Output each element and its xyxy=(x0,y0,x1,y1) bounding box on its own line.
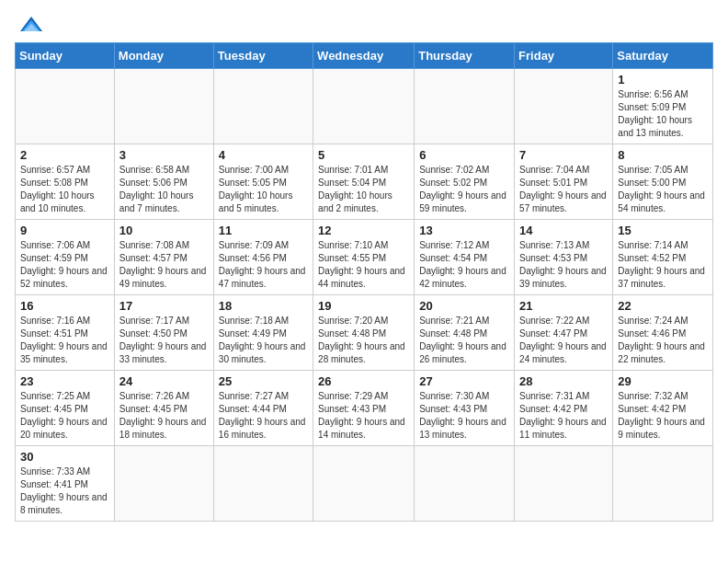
day-info: Sunrise: 7:24 AMSunset: 4:46 PMDaylight:… xyxy=(618,315,708,366)
day-info: Sunrise: 7:21 AMSunset: 4:48 PMDaylight:… xyxy=(419,315,509,366)
day-header-friday: Friday xyxy=(515,43,613,69)
calendar-cell: 4Sunrise: 7:00 AMSunset: 5:05 PMDaylight… xyxy=(213,144,313,220)
calendar-week-6: 30Sunrise: 7:33 AMSunset: 4:41 PMDayligh… xyxy=(16,446,713,522)
day-number: 28 xyxy=(519,374,608,388)
day-info: Sunrise: 7:33 AMSunset: 4:41 PMDaylight:… xyxy=(20,465,109,517)
day-number: 24 xyxy=(119,374,209,388)
calendar-cell xyxy=(515,446,613,522)
logo-icon xyxy=(18,15,44,35)
calendar-cell: 12Sunrise: 7:10 AMSunset: 4:55 PMDayligh… xyxy=(313,220,415,295)
day-number: 3 xyxy=(119,148,209,162)
day-number: 12 xyxy=(318,224,409,237)
calendar-cell: 20Sunrise: 7:21 AMSunset: 4:48 PMDayligh… xyxy=(415,295,515,371)
day-info: Sunrise: 7:05 AMSunset: 5:00 PMDaylight:… xyxy=(618,164,708,215)
calendar-cell xyxy=(213,446,313,522)
day-info: Sunrise: 7:16 AMSunset: 4:51 PMDaylight:… xyxy=(20,315,109,366)
day-number: 10 xyxy=(119,224,209,237)
calendar-cell: 22Sunrise: 7:24 AMSunset: 4:46 PMDayligh… xyxy=(613,295,713,371)
calendar-cell: 24Sunrise: 7:26 AMSunset: 4:45 PMDayligh… xyxy=(114,371,213,446)
calendar-cell: 6Sunrise: 7:02 AMSunset: 5:02 PMDaylight… xyxy=(415,144,515,220)
day-number: 14 xyxy=(519,224,608,237)
calendar-cell: 11Sunrise: 7:09 AMSunset: 4:56 PMDayligh… xyxy=(213,220,313,295)
day-number: 17 xyxy=(119,299,209,313)
day-info: Sunrise: 7:01 AMSunset: 5:04 PMDaylight:… xyxy=(318,164,409,215)
day-number: 27 xyxy=(419,374,509,388)
calendar-cell: 7Sunrise: 7:04 AMSunset: 5:01 PMDaylight… xyxy=(515,144,613,220)
calendar-cell xyxy=(415,69,515,144)
day-number: 1 xyxy=(618,73,708,86)
day-number: 30 xyxy=(20,450,109,464)
calendar-cell xyxy=(114,69,213,144)
calendar-cell: 21Sunrise: 7:22 AMSunset: 4:47 PMDayligh… xyxy=(515,295,613,371)
header xyxy=(15,15,713,35)
day-info: Sunrise: 7:20 AMSunset: 4:48 PMDaylight:… xyxy=(318,315,409,366)
calendar-cell: 26Sunrise: 7:29 AMSunset: 4:43 PMDayligh… xyxy=(313,371,415,446)
calendar-cell: 16Sunrise: 7:16 AMSunset: 4:51 PMDayligh… xyxy=(16,295,115,371)
calendar-cell xyxy=(515,69,613,144)
day-number: 13 xyxy=(419,224,509,237)
calendar-week-2: 2Sunrise: 6:57 AMSunset: 5:08 PMDaylight… xyxy=(16,144,713,220)
calendar-cell xyxy=(613,446,713,522)
calendar-cell: 25Sunrise: 7:27 AMSunset: 4:44 PMDayligh… xyxy=(213,371,313,446)
day-number: 23 xyxy=(20,374,109,388)
calendar-header-row: SundayMondayTuesdayWednesdayThursdayFrid… xyxy=(16,43,713,69)
day-info: Sunrise: 6:58 AMSunset: 5:06 PMDaylight:… xyxy=(119,164,209,215)
day-header-monday: Monday xyxy=(114,43,213,69)
day-info: Sunrise: 7:04 AMSunset: 5:01 PMDaylight:… xyxy=(519,164,608,215)
day-info: Sunrise: 7:10 AMSunset: 4:55 PMDaylight:… xyxy=(318,239,409,291)
calendar-cell xyxy=(213,69,313,144)
day-info: Sunrise: 7:08 AMSunset: 4:57 PMDaylight:… xyxy=(119,239,209,291)
day-info: Sunrise: 7:13 AMSunset: 4:53 PMDaylight:… xyxy=(519,239,608,291)
calendar-cell: 17Sunrise: 7:17 AMSunset: 4:50 PMDayligh… xyxy=(114,295,213,371)
day-info: Sunrise: 7:14 AMSunset: 4:52 PMDaylight:… xyxy=(618,239,708,291)
day-info: Sunrise: 7:22 AMSunset: 4:47 PMDaylight:… xyxy=(519,315,608,366)
calendar-cell: 23Sunrise: 7:25 AMSunset: 4:45 PMDayligh… xyxy=(16,371,115,446)
day-header-thursday: Thursday xyxy=(415,43,515,69)
calendar-cell: 10Sunrise: 7:08 AMSunset: 4:57 PMDayligh… xyxy=(114,220,213,295)
day-number: 4 xyxy=(219,148,308,162)
calendar-table: SundayMondayTuesdayWednesdayThursdayFrid… xyxy=(15,42,713,522)
calendar-cell: 8Sunrise: 7:05 AMSunset: 5:00 PMDaylight… xyxy=(613,144,713,220)
day-number: 18 xyxy=(219,299,308,313)
calendar-cell: 1Sunrise: 6:56 AMSunset: 5:09 PMDaylight… xyxy=(613,69,713,144)
day-info: Sunrise: 7:32 AMSunset: 4:42 PMDaylight:… xyxy=(618,390,708,442)
logo xyxy=(15,15,46,35)
day-info: Sunrise: 7:29 AMSunset: 4:43 PMDaylight:… xyxy=(318,390,409,442)
day-info: Sunrise: 7:17 AMSunset: 4:50 PMDaylight:… xyxy=(119,315,209,366)
day-info: Sunrise: 6:56 AMSunset: 5:09 PMDaylight:… xyxy=(618,88,708,140)
day-info: Sunrise: 7:30 AMSunset: 4:43 PMDaylight:… xyxy=(419,390,509,442)
day-info: Sunrise: 7:06 AMSunset: 4:59 PMDaylight:… xyxy=(20,239,109,291)
calendar-cell: 14Sunrise: 7:13 AMSunset: 4:53 PMDayligh… xyxy=(515,220,613,295)
day-number: 20 xyxy=(419,299,509,313)
calendar-cell: 3Sunrise: 6:58 AMSunset: 5:06 PMDaylight… xyxy=(114,144,213,220)
calendar-week-1: 1Sunrise: 6:56 AMSunset: 5:09 PMDaylight… xyxy=(16,69,713,144)
day-number: 7 xyxy=(519,148,608,162)
day-number: 25 xyxy=(219,374,308,388)
day-number: 21 xyxy=(519,299,608,313)
day-info: Sunrise: 7:31 AMSunset: 4:42 PMDaylight:… xyxy=(519,390,608,442)
logo-area xyxy=(15,15,46,35)
calendar-cell: 5Sunrise: 7:01 AMSunset: 5:04 PMDaylight… xyxy=(313,144,415,220)
calendar-cell: 27Sunrise: 7:30 AMSunset: 4:43 PMDayligh… xyxy=(415,371,515,446)
day-number: 19 xyxy=(318,299,409,313)
calendar-cell: 2Sunrise: 6:57 AMSunset: 5:08 PMDaylight… xyxy=(16,144,115,220)
calendar-cell xyxy=(415,446,515,522)
calendar-cell: 15Sunrise: 7:14 AMSunset: 4:52 PMDayligh… xyxy=(613,220,713,295)
day-header-wednesday: Wednesday xyxy=(313,43,415,69)
day-number: 11 xyxy=(219,224,308,237)
day-info: Sunrise: 7:09 AMSunset: 4:56 PMDaylight:… xyxy=(219,239,308,291)
calendar-cell xyxy=(313,69,415,144)
day-info: Sunrise: 7:27 AMSunset: 4:44 PMDaylight:… xyxy=(219,390,308,442)
calendar-cell xyxy=(16,69,115,144)
calendar-cell xyxy=(114,446,213,522)
day-number: 29 xyxy=(618,374,708,388)
day-header-sunday: Sunday xyxy=(16,43,115,69)
calendar-cell xyxy=(313,446,415,522)
calendar-cell: 19Sunrise: 7:20 AMSunset: 4:48 PMDayligh… xyxy=(313,295,415,371)
day-number: 9 xyxy=(20,224,109,237)
calendar-week-3: 9Sunrise: 7:06 AMSunset: 4:59 PMDaylight… xyxy=(16,220,713,295)
day-info: Sunrise: 7:02 AMSunset: 5:02 PMDaylight:… xyxy=(419,164,509,215)
day-info: Sunrise: 7:26 AMSunset: 4:45 PMDaylight:… xyxy=(119,390,209,442)
day-number: 22 xyxy=(618,299,708,313)
calendar-cell: 18Sunrise: 7:18 AMSunset: 4:49 PMDayligh… xyxy=(213,295,313,371)
